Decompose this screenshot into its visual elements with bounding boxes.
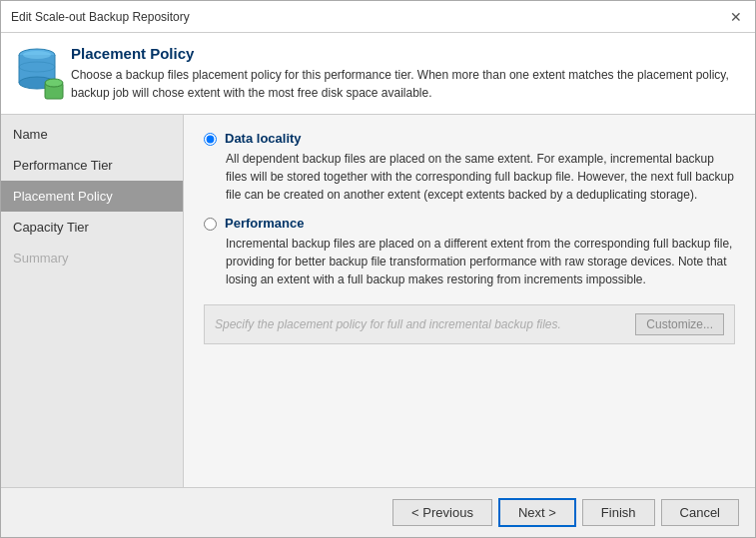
finish-button[interactable]: Finish (582, 499, 655, 526)
title-bar: Edit Scale-out Backup Repository ✕ (1, 1, 755, 33)
performance-radio[interactable] (204, 218, 217, 231)
sidebar-item-name[interactable]: Name (1, 119, 183, 150)
backup-repository-icon (17, 45, 65, 101)
performance-description: Incremental backup files are placed on a… (226, 235, 735, 288)
data-locality-description: All dependent backup files are placed on… (226, 150, 735, 204)
performance-option: Performance Incremental backup files are… (204, 216, 735, 288)
placement-hint-area: Specify the placement policy for full an… (204, 304, 735, 344)
close-button[interactable]: ✕ (727, 8, 745, 26)
data-locality-radio[interactable] (204, 133, 217, 146)
svg-point-8 (23, 51, 51, 59)
sidebar-item-placement-policy[interactable]: Placement Policy (1, 181, 183, 212)
data-locality-label[interactable]: Data locality (225, 131, 302, 146)
svg-point-7 (45, 79, 63, 87)
cancel-button[interactable]: Cancel (661, 499, 739, 526)
sidebar-item-summary: Summary (1, 243, 183, 273)
header-icon (17, 45, 65, 101)
footer: < Previous Next > Finish Cancel (1, 487, 755, 537)
main-content: Data locality All dependent backup files… (184, 115, 755, 487)
next-button[interactable]: Next > (498, 498, 576, 527)
dialog-title: Edit Scale-out Backup Repository (11, 10, 190, 24)
performance-label[interactable]: Performance (225, 216, 304, 231)
previous-button[interactable]: < Previous (392, 499, 492, 526)
header-title: Placement Policy (71, 45, 739, 62)
sidebar-item-performance-tier[interactable]: Performance Tier (1, 150, 183, 181)
customize-button[interactable]: Customize... (635, 313, 724, 335)
sidebar-item-capacity-tier[interactable]: Capacity Tier (1, 212, 183, 243)
content-area: Name Performance Tier Placement Policy C… (1, 115, 755, 487)
sidebar: Name Performance Tier Placement Policy C… (1, 115, 184, 487)
header-area: Placement Policy Choose a backup files p… (1, 33, 755, 115)
placement-policy-radio-group: Data locality All dependent backup files… (204, 131, 735, 288)
data-locality-option: Data locality All dependent backup files… (204, 131, 735, 204)
dialog-window: Edit Scale-out Backup Repository ✕ (0, 0, 756, 538)
placement-hint-text: Specify the placement policy for full an… (215, 317, 561, 331)
header-description: Choose a backup files placement policy f… (71, 66, 739, 102)
